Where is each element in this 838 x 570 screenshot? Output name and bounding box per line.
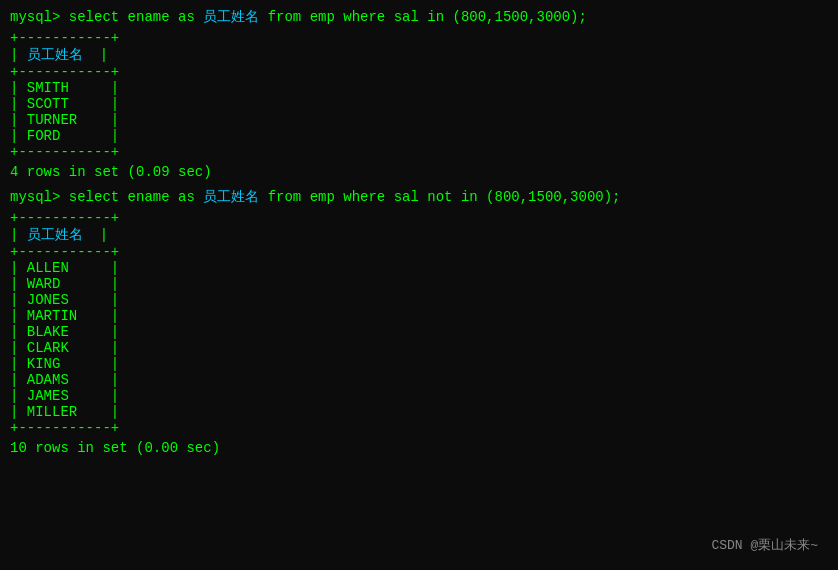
table2-row10: | MILLER | [10,404,828,420]
table1-header-text: 员工姓名 [27,47,83,63]
prompt2: mysql> [10,189,69,205]
table1-row3: | TURNER | [10,112,828,128]
terminal-window: mysql> select ename as 员工姓名 from emp whe… [10,8,828,562]
table2-row9: | JAMES | [10,388,828,404]
table2: +-----------+ | 员工姓名 | +-----------+ | A… [10,210,828,436]
query1-command: mysql> select ename as 员工姓名 from emp whe… [10,8,828,26]
table2-row4: | MARTIN | [10,308,828,324]
query2-text: select ename [69,189,178,205]
as1-keyword: as [178,9,203,25]
table1-row4: | FORD | [10,128,828,144]
table2-row8: | ADAMS | [10,372,828,388]
table1-divider: +-----------+ [10,64,828,80]
table1-header: | 员工姓名 | [10,46,828,64]
table2-row2: | WARD | [10,276,828,292]
as2-keyword: as [178,189,203,205]
query1-chinese: 员工姓名 [203,9,259,25]
query1-rest: from emp where sal in (800,1500,3000); [259,9,587,25]
query2-chinese: 员工姓名 [203,189,259,205]
query1-text: select ename [69,9,178,25]
query2-rest: from emp where sal not in (800,1500,3000… [259,189,620,205]
table1: +-----------+ | 员工姓名 | +-----------+ | S… [10,30,828,160]
table1-row2: | SCOTT | [10,96,828,112]
result1-info: 4 rows in set (0.09 sec) [10,164,828,180]
table2-row5: | BLAKE | [10,324,828,340]
table2-top-border: +-----------+ [10,210,828,226]
table1-bottom-border: +-----------+ [10,144,828,160]
table2-bottom-border: +-----------+ [10,420,828,436]
table1-top-border: +-----------+ [10,30,828,46]
table2-row1: | ALLEN | [10,260,828,276]
table2-divider: +-----------+ [10,244,828,260]
query2-command: mysql> select ename as 员工姓名 from emp whe… [10,188,828,206]
result2-info: 10 rows in set (0.00 sec) [10,440,828,456]
table2-header-text: 员工姓名 [27,227,83,243]
watermark: CSDN @栗山未来~ [711,536,818,554]
table2-row3: | JONES | [10,292,828,308]
table2-row6: | CLARK | [10,340,828,356]
table2-header: | 员工姓名 | [10,226,828,244]
table1-row1: | SMITH | [10,80,828,96]
table2-row7: | KING | [10,356,828,372]
prompt1: mysql> [10,9,69,25]
